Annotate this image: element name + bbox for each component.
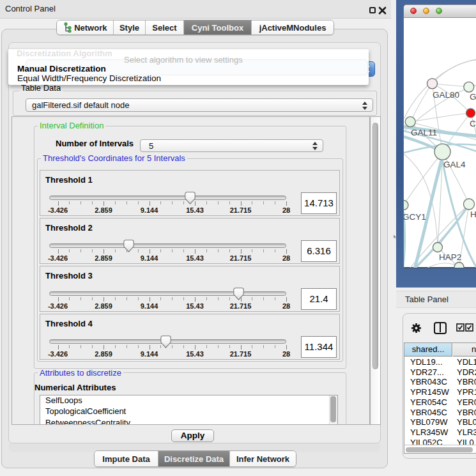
svg-text:C: C <box>470 119 476 128</box>
svg-text:G.: G. <box>470 92 476 102</box>
svg-text:HAP2: HAP2 <box>439 252 461 262</box>
svg-text:H: H <box>470 210 476 219</box>
svg-text:GAL4: GAL4 <box>443 160 466 169</box>
svg-text:GCY1: GCY1 <box>404 212 426 222</box>
svg-text:GAL11: GAL11 <box>411 128 437 137</box>
svg-text:GAL80: GAL80 <box>433 90 459 100</box>
